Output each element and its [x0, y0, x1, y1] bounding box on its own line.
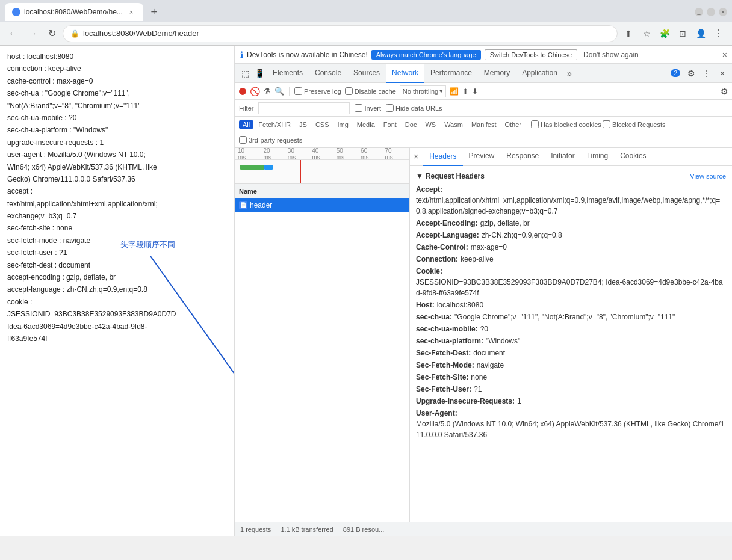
devtools-device-icon[interactable]: 📱: [252, 66, 267, 81]
page-line: Gecko) Chrome/111.0.0.0 Safari/537.36: [7, 173, 227, 185]
nav-bar: ← → ↻ 🔒 localhost:8080/WebDemo/header ⬆ …: [0, 22, 732, 46]
details-close-icon[interactable]: ×: [414, 152, 418, 161]
view-source-link[interactable]: View source: [690, 173, 726, 180]
share-icon[interactable]: ⬆: [620, 25, 637, 42]
tab-network[interactable]: Network: [386, 64, 424, 83]
type-btn-doc[interactable]: Doc: [402, 120, 421, 129]
tab-console[interactable]: Console: [309, 64, 347, 83]
tab-preview[interactable]: Preview: [463, 148, 501, 165]
tab-cookies[interactable]: Cookies: [614, 148, 652, 165]
type-btn-css[interactable]: CSS: [312, 120, 333, 129]
always-match-language-button[interactable]: Always match Chrome's language: [371, 50, 481, 60]
tab-timing[interactable]: Timing: [581, 148, 615, 165]
tab-bar: localhost:8080/WebDemo/he... × + _ ×: [0, 0, 732, 22]
page-line: ff63a9fe574f: [7, 333, 227, 345]
maximize-button[interactable]: [707, 8, 715, 16]
header-name: User-Agent:: [416, 408, 458, 419]
type-btn-media[interactable]: Media: [353, 120, 379, 129]
type-btn-fetch-xhr[interactable]: Fetch/XHR: [255, 120, 294, 129]
type-btn-wasm[interactable]: Wasm: [441, 120, 467, 129]
type-btn-manifest[interactable]: Manifest: [468, 120, 500, 129]
minimize-button[interactable]: _: [695, 8, 703, 16]
header-name: Upgrade-Insecure-Requests:: [416, 396, 515, 407]
details-panel: × Headers Preview Response Initiator Tim…: [410, 148, 732, 522]
tab-memory[interactable]: Memory: [478, 64, 516, 83]
header-name: sec-ch-ua-mobile:: [416, 324, 478, 334]
devtools-inspect-icon[interactable]: ⬚: [238, 66, 252, 81]
preserve-log-checkbox[interactable]: [294, 87, 302, 95]
header-value: "Windows": [486, 336, 520, 346]
record-button[interactable]: [239, 88, 246, 95]
tab-initiator[interactable]: Initiator: [545, 148, 580, 165]
browser-tab[interactable]: localhost:8080/WebDemo/he... ×: [5, 3, 143, 21]
has-blocked-cookies-label[interactable]: Has blocked cookies: [531, 120, 601, 128]
dont-show-again-link[interactable]: Don't show again: [583, 51, 639, 59]
filter-label: Filter: [239, 105, 253, 112]
preserve-log-checkbox-label[interactable]: Preserve log: [294, 87, 341, 95]
page-line: text/html,application/xhtml+xml,applicat…: [7, 198, 227, 210]
address-bar[interactable]: 🔒 localhost:8080/WebDemo/header: [63, 25, 618, 42]
refresh-button[interactable]: ↻: [43, 25, 60, 42]
type-btn-img[interactable]: Img: [334, 120, 352, 129]
devtools-notification: ℹ DevTools is now available in Chinese! …: [235, 46, 732, 64]
tab-more-icon[interactable]: »: [563, 64, 575, 83]
search-icon[interactable]: 🔍: [274, 87, 284, 96]
invert-checkbox-label[interactable]: Invert: [355, 104, 381, 112]
new-tab-button[interactable]: +: [146, 4, 163, 20]
blocked-requests-label[interactable]: Blocked Requests: [603, 120, 666, 128]
type-btn-all[interactable]: All: [239, 120, 253, 129]
has-blocked-cookies-checkbox[interactable]: [531, 120, 539, 128]
split-view-icon[interactable]: ⊡: [674, 25, 691, 42]
switch-to-chinese-button[interactable]: Switch DevTools to Chinese: [485, 49, 577, 60]
forward-button[interactable]: →: [24, 25, 41, 42]
type-btn-ws[interactable]: WS: [421, 120, 439, 129]
invert-checkbox[interactable]: [355, 104, 362, 112]
devtools-menu-icon[interactable]: ⋮: [699, 66, 714, 81]
clear-button[interactable]: 🚫: [250, 87, 260, 96]
bookmark-icon[interactable]: ☆: [638, 25, 655, 42]
profile-icon[interactable]: 👤: [692, 25, 709, 42]
type-btn-font[interactable]: Font: [380, 120, 400, 129]
close-button[interactable]: ×: [719, 8, 727, 16]
disable-cache-checkbox-label[interactable]: Disable cache: [345, 87, 396, 95]
blocked-requests-checkbox[interactable]: [603, 120, 610, 128]
network-settings-icon[interactable]: ⚙: [721, 87, 728, 96]
type-btn-other[interactable]: Other: [501, 120, 525, 129]
toolbar-divider: [289, 87, 290, 96]
header-name: Host:: [416, 300, 435, 310]
tab-performance[interactable]: Performance: [424, 64, 478, 83]
network-row[interactable]: 📄 header: [235, 198, 409, 212]
tab-headers[interactable]: Headers: [423, 148, 462, 166]
hide-data-urls-checkbox[interactable]: [386, 104, 394, 112]
third-party-label[interactable]: 3rd-party requests: [239, 136, 302, 144]
devtools-close-icon[interactable]: ×: [715, 66, 730, 81]
tab-elements[interactable]: Elements: [267, 64, 309, 83]
back-button[interactable]: ←: [5, 25, 22, 42]
type-btn-js[interactable]: JS: [296, 120, 311, 129]
header-name: Sec-Fetch-Mode:: [416, 360, 474, 371]
filter-input[interactable]: [258, 102, 350, 114]
notification-close-icon[interactable]: ×: [722, 50, 727, 60]
page-line: cache-control : max-age=0: [7, 75, 227, 87]
chrome-menu-icon[interactable]: ⋮: [710, 25, 727, 42]
page-line: Win64; x64) AppleWebKit/537.36 (KHTML, l…: [7, 161, 227, 173]
hide-data-urls-label[interactable]: Hide data URLs: [386, 104, 442, 112]
tab-response[interactable]: Response: [500, 148, 545, 165]
page-line: accept-encoding : gzip, deflate, br: [7, 271, 227, 283]
third-party-checkbox[interactable]: [239, 136, 247, 144]
devtools-settings-icon[interactable]: ⚙: [684, 66, 698, 81]
tab-application[interactable]: Application: [516, 64, 563, 83]
header-row: User-Agent:Mozilla/5.0 (Windows NT 10.0;…: [416, 408, 726, 440]
waterfall-bar-green: [240, 165, 264, 170]
request-headers-title[interactable]: ▼ Request Headers View source: [416, 172, 726, 180]
tab-sources[interactable]: Sources: [347, 64, 386, 83]
wifi-icon: 📶: [450, 87, 459, 96]
notif-info-icon: ℹ: [240, 50, 243, 60]
header-name: Connection:: [416, 254, 458, 265]
tab-close-icon[interactable]: ×: [126, 7, 136, 17]
extensions-icon[interactable]: 🧩: [656, 25, 673, 42]
filter-icon[interactable]: ⚗: [264, 87, 271, 96]
disable-cache-checkbox[interactable]: [345, 87, 353, 95]
no-throttling-select[interactable]: No throttling▾: [400, 85, 446, 97]
nav-right-icons: ⬆ ☆ 🧩 ⊡ 👤 ⋮: [620, 25, 727, 42]
